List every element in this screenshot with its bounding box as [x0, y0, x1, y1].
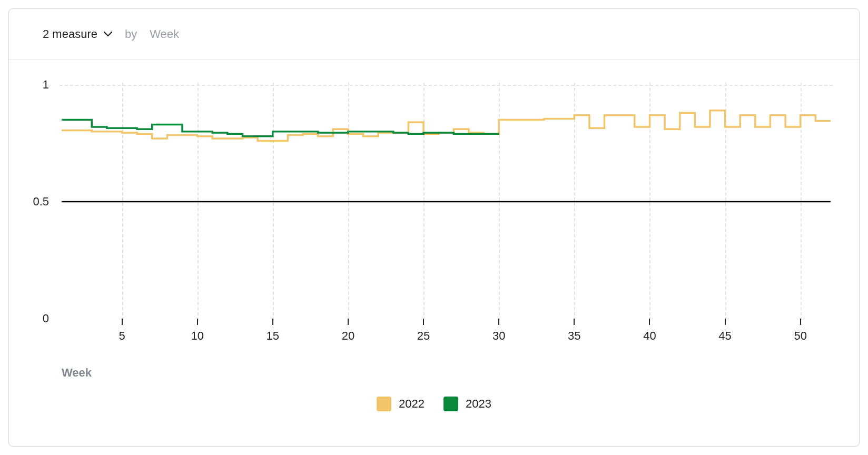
chart-card: 2 measure by Week 00.51 5101520253035404… [8, 8, 860, 447]
legend: 2022 2023 [9, 397, 859, 411]
y-tick-label: 1 [43, 78, 49, 92]
x-tick-label: 20 [342, 329, 354, 343]
x-tick [498, 319, 499, 325]
plot-area: 00.51 5101520253035404550 Week 2022 2023 [9, 60, 859, 446]
x-tick-label: 5 [119, 329, 125, 343]
legend-swatch-icon [377, 397, 391, 411]
legend-item-2022[interactable]: 2022 [377, 397, 425, 411]
chevron-down-icon [104, 32, 112, 37]
gridline-vertical [423, 83, 425, 321]
x-tick [725, 319, 726, 325]
x-tick [423, 319, 424, 325]
gridline-vertical [122, 83, 123, 321]
measure-dropdown[interactable]: 2 measure [43, 27, 112, 41]
x-tick-label: 15 [267, 329, 279, 343]
x-tick [348, 319, 349, 325]
gridline-vertical [574, 83, 575, 321]
y-tick-label: 0 [43, 312, 49, 325]
series-2023 [62, 120, 499, 136]
measure-label: 2 measure [43, 27, 97, 41]
dimension-label: Week [150, 27, 179, 41]
gridline-vertical [198, 83, 199, 321]
x-tick-label: 10 [191, 329, 203, 343]
gridline-vertical [273, 83, 274, 321]
x-tick [197, 319, 198, 325]
chart-header: 2 measure by Week [9, 9, 859, 60]
legend-label: 2023 [466, 397, 491, 411]
x-tick [649, 319, 650, 325]
x-tick [122, 319, 123, 325]
x-tick-label: 45 [718, 329, 731, 343]
gridline-vertical [499, 83, 500, 321]
x-tick [574, 319, 575, 325]
gridline-horizontal [60, 85, 833, 86]
x-tick-label: 50 [794, 329, 806, 343]
series-2022 [62, 111, 831, 141]
x-tick-label: 40 [643, 329, 656, 343]
legend-label: 2022 [399, 397, 425, 411]
gridline-vertical [725, 83, 726, 321]
chart-lines [62, 85, 831, 319]
gridline-vertical [348, 83, 349, 321]
gridline-vertical [801, 83, 802, 321]
x-tick-label: 30 [492, 329, 505, 343]
gridline-vertical [649, 83, 650, 321]
plot: 00.51 5101520253035404550 [62, 85, 831, 319]
x-tick-label: 35 [568, 329, 580, 343]
y-tick-label: 0.5 [33, 195, 49, 209]
x-tick [272, 319, 273, 325]
x-axis-title: Week [62, 366, 92, 380]
by-label: by [125, 27, 137, 41]
legend-swatch-icon [443, 397, 458, 411]
legend-item-2023[interactable]: 2023 [443, 397, 491, 411]
x-tick [800, 319, 801, 325]
x-tick-label: 25 [417, 329, 430, 343]
gridlines [62, 85, 831, 319]
